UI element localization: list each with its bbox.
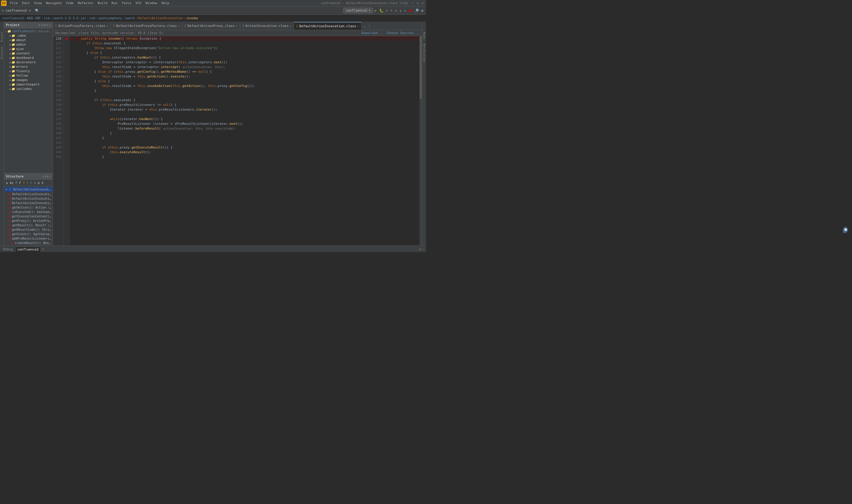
struct-method-11[interactable]: m addPreResultListener(PreResultListener… xyxy=(4,236,53,241)
step-over-button[interactable]: ↷ xyxy=(394,8,398,13)
tree-root[interactable]: ▾ 📁 confluence2 E:\03code... xyxy=(4,29,53,33)
filter-fields[interactable]: ⊡ xyxy=(37,181,40,185)
panel-icon-collapse[interactable]: ≡ xyxy=(41,23,43,26)
menu-help[interactable]: Help xyxy=(160,1,171,6)
project-selector[interactable]: confluence2 ▾ xyxy=(6,8,31,13)
breadcrumb-class[interactable]: DefaultActionInvocation xyxy=(138,16,183,20)
step-out-button[interactable]: ↑ xyxy=(403,8,407,13)
filter-static[interactable]: C xyxy=(30,181,33,185)
breadcrumb-opensymphony[interactable]: opensymphony xyxy=(98,16,122,20)
breadcrumb-jar[interactable]: xwork-1.0.3.6.jar xyxy=(53,16,86,20)
filter-lambdas[interactable]: λ xyxy=(41,181,44,185)
sort-by-type[interactable]: ⇅ xyxy=(5,181,8,185)
tree-item-includes[interactable]: ▶ 📁 includes xyxy=(4,87,53,91)
menu-tools[interactable]: Tools xyxy=(120,1,133,6)
tree-item-content[interactable]: ▶ 📁 content xyxy=(4,51,53,56)
breadcrumb-method[interactable]: invoke xyxy=(186,16,198,20)
struct-method-8[interactable]: m getResult(): Result †ActionInvocation xyxy=(4,223,53,228)
struct-method-5[interactable]: m isExecuted(): boolean †ActionInvocatio… xyxy=(4,210,53,214)
step-into-button[interactable]: ↓ xyxy=(398,8,402,13)
maven-tab[interactable]: Maven xyxy=(422,31,426,40)
tree-item-images[interactable]: ▶ 📁 images xyxy=(4,78,53,82)
menu-run[interactable]: Run xyxy=(110,1,119,6)
tree-item-fixonly[interactable]: ▶ 📁 fixonly xyxy=(4,69,53,73)
tree-item-ajax[interactable]: ▶ 📁 ajax xyxy=(4,47,53,51)
struct-constructor-1[interactable]: m DefaultActionInvocation(ActionProxy) xyxy=(4,192,53,196)
breakpoint-icon[interactable]: ● xyxy=(66,36,68,40)
tree-item-follow[interactable]: ▶ 📁 follow xyxy=(4,73,53,78)
tree-item-admin[interactable]: ▶ 📁 admin xyxy=(4,42,53,47)
tree-item-idea[interactable]: ▶ 📁 .idea xyxy=(4,33,53,38)
code-content[interactable]: → public String invoke() throws Exceptio… xyxy=(70,36,419,246)
tab-actionproxyfactory[interactable]: C ActionProxyFactory.class ✕ xyxy=(53,22,111,30)
struct-class-item[interactable]: ▾ C DefaultActionInvocation xyxy=(4,187,53,192)
tree-item-errors[interactable]: ▶ 📁 errors xyxy=(4,65,53,69)
minimize-button[interactable]: ─ xyxy=(411,1,415,5)
choose-sources-link[interactable]: Choose Sources... xyxy=(386,31,419,35)
structure-alpha-icon[interactable]: A xyxy=(44,175,46,178)
tab-close[interactable]: ✕ xyxy=(290,24,291,28)
tree-item-about[interactable]: ▶ 📁 about xyxy=(4,38,53,42)
struct-method-12[interactable]: m createResult(): Result xyxy=(4,241,53,245)
menu-window[interactable]: Window xyxy=(144,1,159,6)
structure-close-icon[interactable]: ✕ xyxy=(49,175,51,178)
breadcrumb-lib[interactable]: lib xyxy=(44,16,50,20)
menu-navigate[interactable]: Navigate xyxy=(44,1,64,6)
tab-close[interactable]: ✕ xyxy=(178,24,180,28)
tree-item-importexport[interactable]: ▶ 📁 importexport xyxy=(4,82,53,87)
struct-method-3[interactable]: m DefaultActionInvocation(ActionProxy, M xyxy=(4,201,53,205)
panel-icon-expand[interactable]: ⊞ xyxy=(44,23,46,26)
profile-button[interactable]: ⚡ xyxy=(389,8,394,13)
menu-file[interactable]: File xyxy=(8,1,20,6)
panel-icon-close[interactable]: ✕ xyxy=(49,23,51,26)
maximize-button[interactable]: □ xyxy=(416,1,420,5)
tab-overflow[interactable]: ⌄ xyxy=(362,24,366,28)
breadcrumb-webinf[interactable]: WEB-INF xyxy=(27,16,40,20)
tab-defaultactionproxyfactory[interactable]: C DefaultActionProxyFactory.class ✕ xyxy=(111,22,182,30)
notifications-tab[interactable]: Notifications xyxy=(422,42,426,64)
menu-vcs[interactable]: VCS xyxy=(134,1,143,6)
structure-settings-icon[interactable]: ⚙ xyxy=(47,175,49,178)
debug-session-close[interactable]: ✕ xyxy=(42,247,44,251)
debug-session-tab[interactable]: confluence2 xyxy=(15,247,41,252)
menu-code[interactable]: Code xyxy=(64,1,75,6)
tab-defaultactionproxy[interactable]: C DefaultActionProxy.class ✕ xyxy=(182,22,240,30)
struct-method-4[interactable]: m getAction(): Action †ActionInvocation xyxy=(4,205,53,210)
run-button[interactable]: ▶ xyxy=(374,8,378,13)
tab-close[interactable]: ✕ xyxy=(236,24,237,28)
debug-run-button[interactable]: 🐛 xyxy=(378,8,385,13)
struct-method-10[interactable]: m getStack(): OgnlValueStack †ActionInvo… xyxy=(4,232,53,236)
run-config[interactable]: confluence2 ▾ xyxy=(343,8,373,13)
tree-item-dashboard[interactable]: ▶ 📁 dashboard xyxy=(4,56,53,60)
structure-sort-icon[interactable]: ↕ xyxy=(42,175,44,178)
menu-refactor[interactable]: Refactor xyxy=(76,1,95,6)
menu-build[interactable]: Build xyxy=(96,1,109,6)
debug-panel-settings[interactable]: ⚙ xyxy=(419,248,421,251)
coverage-button[interactable]: ✓ xyxy=(385,8,389,13)
tab-close[interactable]: ✕ xyxy=(107,24,108,28)
tab-menu[interactable]: ⋮ xyxy=(366,24,373,28)
tab-defaultactioninvocation[interactable]: C DefaultActionInvocation.class ✕ xyxy=(294,22,362,30)
struct-method-7[interactable]: m getProxy(): ActionProxy †ActionInvocat… xyxy=(4,219,53,223)
breadcrumb-confluence2[interactable]: confluence2 xyxy=(2,16,24,20)
struct-method-2[interactable]: m DefaultActionInvocation(ActionProxy, M xyxy=(4,196,53,201)
settings-button[interactable]: ⚙ xyxy=(420,8,424,13)
menu-edit[interactable]: Edit xyxy=(20,1,32,6)
menu-view[interactable]: View xyxy=(32,1,44,6)
close-button[interactable]: ✕ xyxy=(420,1,425,5)
tree-item-decorators[interactable]: ▶ 📁 decorators xyxy=(4,60,53,65)
breadcrumb-com[interactable]: com xyxy=(89,16,95,20)
tab-close[interactable]: ✕ xyxy=(357,25,359,28)
download-link[interactable]: Download... xyxy=(362,31,383,35)
panel-icon-settings[interactable]: ⚙ xyxy=(47,23,48,26)
sort-alpha[interactable]: Az xyxy=(9,181,14,185)
filter-protected[interactable]: F xyxy=(19,181,22,185)
debug-panel-minimize[interactable]: ─ xyxy=(422,248,424,251)
find-button[interactable]: 🔎 xyxy=(414,8,420,13)
panel-icon-locate[interactable]: ⊕ xyxy=(38,23,40,26)
struct-method-6[interactable]: m getInvocationContext(): ActionContext … xyxy=(4,214,53,219)
structure-side-tab[interactable]: Structure xyxy=(0,46,4,61)
struct-method-9[interactable]: m getResultCode(): String †ActionInvocat… xyxy=(4,228,53,232)
filter-public[interactable]: P xyxy=(15,181,18,185)
filter-inherited[interactable]: A xyxy=(33,181,37,185)
